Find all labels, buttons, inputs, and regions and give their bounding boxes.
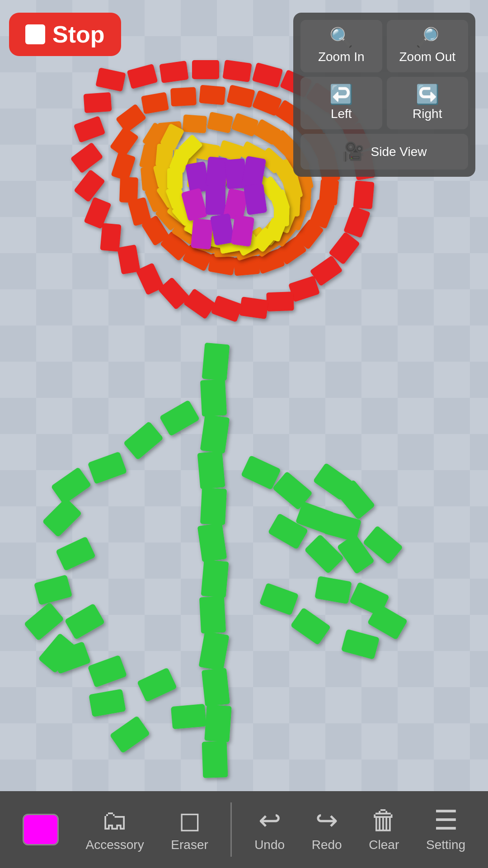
zoom-in-icon: 🔍: [329, 28, 353, 47]
stop-button[interactable]: Stop: [9, 13, 121, 56]
rotate-right-button[interactable]: ↪️ Right: [387, 77, 468, 129]
redo-button[interactable]: ↪ Redo: [303, 802, 351, 857]
svg-rect-27: [304, 534, 344, 574]
rotate-left-label: Left: [331, 107, 352, 121]
zoom-out-button[interactable]: 🔎 Zoom Out: [387, 20, 468, 72]
svg-rect-163: [191, 218, 213, 250]
svg-rect-30: [259, 583, 299, 616]
zoom-out-label: Zoom Out: [399, 50, 455, 64]
toolbar: 🗂 Accessory ◻ Eraser ↩ Undo ↪ Redo 🗑 Cle…: [0, 791, 488, 868]
svg-rect-75: [199, 85, 225, 105]
svg-rect-17: [56, 536, 96, 571]
svg-rect-66: [100, 223, 121, 251]
svg-rect-9: [202, 668, 230, 706]
color-swatch[interactable]: [23, 814, 59, 845]
clear-label: Clear: [369, 838, 399, 852]
accessory-button[interactable]: 🗂 Accessory: [77, 802, 153, 857]
svg-rect-42: [171, 704, 206, 729]
clear-button[interactable]: 🗑 Clear: [360, 802, 408, 857]
svg-rect-18: [34, 575, 72, 605]
color-picker[interactable]: [14, 809, 68, 850]
svg-rect-36: [341, 629, 380, 660]
svg-rect-4: [200, 488, 227, 525]
svg-rect-156: [206, 156, 228, 188]
svg-rect-48: [252, 62, 283, 88]
svg-rect-96: [116, 104, 147, 133]
svg-rect-95: [110, 127, 139, 158]
svg-rect-41: [137, 667, 177, 702]
svg-rect-73: [141, 92, 169, 114]
svg-rect-70: [74, 116, 106, 143]
svg-rect-162: [244, 183, 267, 215]
svg-rect-16: [42, 497, 82, 537]
undo-icon: ↩: [258, 807, 281, 834]
svg-rect-76: [226, 85, 255, 108]
svg-rect-47: [222, 60, 252, 82]
accessory-label: Accessory: [86, 838, 144, 852]
toolbar-divider: [230, 802, 232, 857]
setting-button[interactable]: ☰ Setting: [417, 802, 474, 857]
svg-rect-12: [159, 400, 200, 436]
svg-rect-68: [74, 169, 105, 202]
svg-rect-65: [117, 245, 141, 274]
svg-rect-62: [183, 288, 216, 320]
side-view-label: Side View: [371, 145, 427, 159]
svg-rect-1: [200, 379, 227, 417]
svg-rect-46: [192, 60, 219, 79]
svg-rect-54: [353, 180, 374, 209]
svg-rect-19: [64, 603, 105, 640]
svg-rect-69: [70, 142, 103, 174]
svg-rect-72: [95, 67, 126, 92]
zoom-out-icon: 🔎: [416, 28, 439, 47]
rotate-left-button[interactable]: ↩️ Left: [300, 77, 382, 129]
svg-rect-2: [200, 415, 230, 454]
svg-rect-7: [199, 596, 226, 634]
camera-panel: 🔍 Zoom In 🔎 Zoom Out ↩️ Left ↪️ Right 🎥 …: [293, 13, 475, 177]
rotate-left-icon: ↩️: [329, 85, 353, 104]
svg-rect-45: [159, 61, 188, 83]
svg-rect-71: [84, 92, 112, 113]
svg-rect-15: [51, 467, 91, 505]
svg-rect-8: [198, 631, 229, 671]
svg-rect-99: [207, 112, 234, 133]
svg-rect-32: [314, 576, 352, 604]
svg-rect-160: [206, 185, 225, 215]
svg-rect-60: [239, 297, 268, 319]
svg-rect-98: [183, 114, 207, 133]
svg-rect-10: [204, 704, 231, 742]
svg-rect-14: [88, 452, 127, 485]
svg-rect-59: [266, 292, 294, 311]
redo-label: Redo: [312, 838, 342, 852]
eraser-icon: ◻: [178, 807, 201, 834]
svg-rect-40: [89, 689, 126, 717]
stop-label: Stop: [52, 21, 105, 48]
zoom-in-button[interactable]: 🔍 Zoom In: [300, 20, 382, 72]
redo-icon: ↪: [315, 807, 338, 834]
svg-rect-22: [241, 455, 281, 490]
accessory-icon: 🗂: [101, 807, 128, 834]
svg-rect-61: [211, 295, 243, 322]
svg-rect-11: [202, 741, 228, 778]
side-view-button[interactable]: 🎥 Side View: [300, 134, 468, 170]
svg-rect-74: [170, 87, 197, 107]
svg-rect-0: [202, 343, 230, 381]
undo-button[interactable]: ↩ Undo: [245, 802, 294, 857]
undo-label: Undo: [254, 838, 285, 852]
svg-rect-31: [290, 607, 331, 645]
eraser-label: Eraser: [171, 838, 208, 852]
side-view-icon: 🎥: [342, 141, 365, 162]
svg-rect-87: [233, 256, 260, 276]
svg-rect-165: [231, 215, 255, 246]
zoom-in-label: Zoom In: [318, 50, 365, 64]
svg-rect-3: [197, 451, 225, 489]
svg-rect-13: [123, 421, 164, 460]
setting-label: Setting: [426, 838, 465, 852]
setting-icon: ☰: [434, 807, 458, 834]
clear-icon: 🗑: [371, 807, 398, 834]
rotate-right-icon: ↪️: [416, 85, 439, 104]
svg-rect-6: [201, 560, 229, 598]
stop-icon: [25, 24, 45, 44]
eraser-button[interactable]: ◻ Eraser: [162, 802, 217, 857]
svg-rect-93: [119, 177, 138, 203]
svg-rect-44: [127, 64, 158, 89]
